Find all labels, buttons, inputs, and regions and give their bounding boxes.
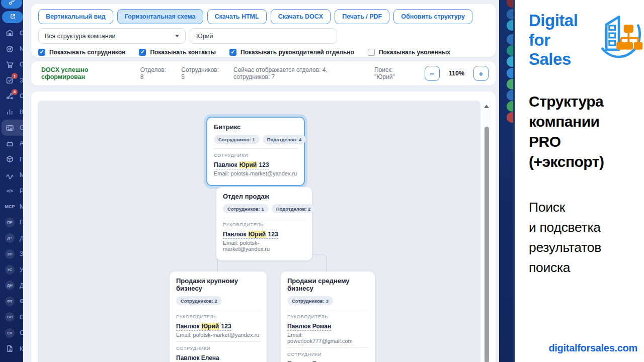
- zoom-in-button[interactable]: +: [473, 66, 489, 81]
- org-chart-panel: Битрикс Сотрудников: 1 Подотделов: 4 СОТ…: [31, 92, 496, 362]
- employee-email: Email: polotsk-market@yandex.ru: [176, 332, 260, 338]
- sidebar-item-ft[interactable]: ФТ Ф: [0, 294, 23, 309]
- section-heading: СОТРУДНИКИ: [214, 152, 297, 158]
- print-pdf-button[interactable]: Печать / PDF: [335, 9, 389, 24]
- employees-badge: Сотрудников: 3: [287, 296, 333, 305]
- avatar[interactable]: [507, 56, 513, 67]
- org-card-large-business: Продажи крупному бизнесу Сотрудников: 2 …: [170, 272, 267, 362]
- sidebar-item-sk[interactable]: СК С: [0, 325, 23, 340]
- checkbox-icon: [229, 49, 236, 56]
- divider: [223, 218, 305, 218]
- avatar[interactable]: [507, 79, 513, 89]
- sidebar-item-pr[interactable]: ПР П: [0, 215, 23, 230]
- divider: [176, 341, 260, 342]
- sidebar-item-marketing[interactable]: М: [0, 41, 23, 56]
- employee-link[interactable]: Павлюк Юрий 123: [223, 230, 278, 239]
- department-badges: Сотрудников: 1 Подотделов: 2: [223, 204, 305, 213]
- toolbar-filter-row: Вся структура компании: [38, 28, 489, 44]
- employee-link[interactable]: Павлюк Елена: [176, 354, 219, 362]
- brand-logo-text: Digital for Sales: [529, 11, 593, 69]
- show-heads-separately-checkbox[interactable]: Показывать руководителей отдельно: [229, 49, 354, 56]
- sk-initials-icon: СК: [5, 328, 15, 338]
- search-highlight: Юрий: [201, 323, 219, 330]
- checkbox-icon: [139, 49, 146, 56]
- sidebar-menu: С М С 1 За 4 С В: [0, 25, 23, 356]
- avatar[interactable]: [507, 9, 513, 20]
- departments-count: Отделов: 8: [140, 66, 170, 80]
- left-sidebar: С М С 1 За 4 С В: [0, 0, 23, 362]
- dt-initials-icon: ДТ: [5, 233, 15, 243]
- employee-link[interactable]: Павлюк Юрий 123: [176, 322, 231, 331]
- employees-badge: Сотрудников: 1: [223, 204, 269, 213]
- employees-badge: Сотрудников: 2: [176, 296, 222, 305]
- avatar[interactable]: [507, 90, 513, 101]
- sidebar-item-us[interactable]: УС У: [0, 262, 23, 278]
- search-query-label: Поиск: "Юрий": [374, 66, 413, 80]
- sidebar-item-op[interactable]: ОП О: [0, 309, 23, 325]
- checkbox-icon: [368, 49, 375, 56]
- org-chart-canvas[interactable]: Битрикс Сотрудников: 1 Подотделов: 4 СОТ…: [38, 101, 480, 362]
- bar-chart-icon: [5, 107, 15, 117]
- sidebar-item-ai[interactable]: А: [0, 136, 23, 151]
- show-contacts-checkbox[interactable]: Показывать контакты: [139, 49, 216, 56]
- download-docx-button[interactable]: Скачать DOCX: [271, 9, 331, 24]
- org-card-medium-business: Продажи среднему бизнесу Сотрудников: 3 …: [281, 272, 375, 362]
- employee-link[interactable]: Павлюк Роман: [287, 322, 331, 331]
- refresh-structure-button[interactable]: Обновить структуру: [393, 9, 472, 24]
- sidebar-item-company[interactable]: С: [0, 25, 23, 41]
- sidebar-item-crm[interactable]: 4 С: [0, 88, 23, 104]
- sidebar-item-docs[interactable]: К: [0, 341, 23, 356]
- sidebar-item-mcp[interactable]: MCP М: [0, 199, 23, 214]
- show-employees-checkbox[interactable]: Показывать сотрудников: [38, 49, 125, 56]
- employee-link[interactable]: Павлюк Юрий 123: [214, 161, 269, 169]
- sidebar-item-products[interactable]: П: [0, 151, 23, 167]
- sidebar-item-dt[interactable]: ДТ Д: [0, 230, 23, 246]
- robot-icon: [5, 139, 15, 148]
- avatar[interactable]: [507, 101, 513, 112]
- section-heading: СОТРУДНИКИ: [287, 351, 368, 357]
- checkbox-icon: [38, 49, 45, 56]
- scrollbar-thumb[interactable]: [485, 127, 489, 362]
- ft-initials-icon: ФТ: [5, 297, 15, 306]
- vertical-view-button[interactable]: Вертикальный вид: [38, 9, 113, 24]
- horizontal-view-button[interactable]: Горизонтальная схема: [117, 9, 203, 24]
- sidebar-item-dn[interactable]: ДН Д: [0, 278, 23, 293]
- download-html-button[interactable]: Скачать HTML: [207, 9, 267, 24]
- section-heading: СОТРУДНИКИ: [176, 345, 260, 351]
- sidebar-item-shop[interactable]: С: [0, 57, 23, 72]
- show-dismissed-checkbox[interactable]: Показывать уволенных: [368, 49, 450, 56]
- avatar[interactable]: [507, 68, 513, 78]
- search-input[interactable]: [190, 28, 337, 44]
- scroll-up-arrow-icon[interactable]: [484, 105, 489, 108]
- employee-link[interactable]: Павлюк Елена: [287, 360, 331, 362]
- sidebar-item-dev[interactable]: </> Р: [0, 183, 23, 199]
- messenger-strip: [499, 0, 513, 362]
- avatar[interactable]: [507, 20, 513, 31]
- avatar[interactable]: [507, 45, 513, 56]
- target-icon: [5, 44, 15, 54]
- task-check-icon: 1: [5, 75, 15, 85]
- website-url: digitalforsales.com: [548, 342, 637, 354]
- department-title: Отдел продаж: [223, 193, 305, 200]
- quick-link-button[interactable]: [1, 0, 22, 9]
- signature-pen-icon: [5, 170, 15, 180]
- structure-filter-select[interactable]: Вся структура компании: [38, 28, 186, 44]
- avatar[interactable]: [507, 0, 513, 8]
- org-structure-logo-icon: [596, 11, 644, 61]
- sidebar-item-reports[interactable]: В: [0, 104, 23, 120]
- document-icon: [5, 344, 15, 353]
- divider: [176, 310, 260, 310]
- zoom-out-button[interactable]: −: [425, 66, 440, 81]
- department-badges: Сотрудников: 1 Подотделов: 4: [214, 135, 297, 144]
- sidebar-item-tasks[interactable]: 1 За: [0, 72, 23, 88]
- toolbar-checkbox-row: Показывать сотрудников Показывать контак…: [38, 49, 489, 56]
- open-external-button[interactable]: [2, 11, 23, 23]
- avatar[interactable]: [507, 112, 513, 123]
- sidebar-item-structure-active[interactable]: С: [2, 120, 23, 135]
- code-icon: </>: [5, 186, 15, 196]
- avatar[interactable]: [507, 34, 513, 45]
- employees-count: Сотрудников: 5: [181, 66, 221, 80]
- sidebar-item-sign[interactable]: М: [0, 167, 23, 183]
- vertical-scrollbar[interactable]: [482, 101, 491, 362]
- sidebar-item-zp[interactable]: ЗП З: [0, 246, 23, 261]
